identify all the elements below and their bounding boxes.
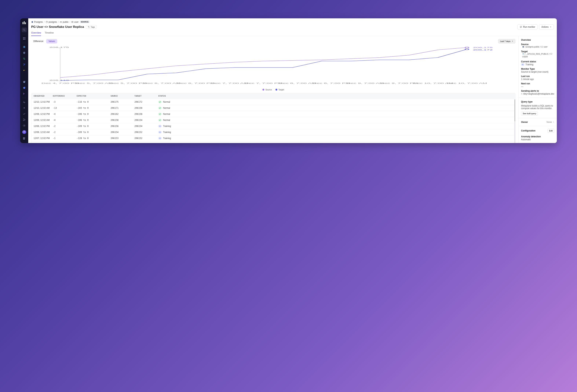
nav-dna-icon[interactable]: [22, 62, 27, 67]
app-logo-icon: [22, 21, 26, 25]
svg-point-17: [24, 125, 25, 126]
svg-text:206,175: 206,175: [49, 46, 69, 48]
see-built-query-button[interactable]: See built query: [521, 111, 538, 115]
svg-point-16: [25, 120, 25, 120]
page-title: PG User <> Snowflake User Replica Tags: [31, 25, 97, 29]
breadcrumb-db[interactable]: postgres: [46, 21, 57, 23]
svg-rect-18: [23, 138, 24, 140]
nav-monitor1-icon[interactable]: [22, 80, 27, 84]
svg-text:Dec 8, 7:00 AM: Dec 8, 7:00 AM: [279, 82, 316, 84]
date-range-button[interactable]: Last 7 days: [498, 39, 515, 43]
svg-rect-7: [23, 39, 24, 40]
svg-point-48: [159, 132, 160, 133]
breadcrumb-table[interactable]: user: [71, 21, 78, 23]
divider: [22, 98, 26, 98]
svg-point-46: [159, 126, 160, 127]
nav-dbt-icon[interactable]: [22, 74, 27, 79]
nav-monitor2-icon[interactable]: [22, 85, 27, 90]
table-row[interactable]: 12/10, 12:02 AM-13-103 to 0206171206158N…: [31, 105, 515, 111]
postgres-icon: [31, 21, 33, 23]
postgres-icon: [522, 46, 524, 48]
svg-text:Dec 7, 7:00 PM: Dec 7, 7:00 PM: [245, 82, 283, 84]
svg-rect-1: [24, 21, 25, 24]
owner-select[interactable]: None: [546, 121, 554, 123]
svg-rect-58: [550, 53, 552, 54]
svg-rect-20: [24, 138, 25, 140]
svg-point-22: [46, 21, 47, 22]
divider: [22, 34, 26, 34]
actions-button[interactable]: Actions: [539, 24, 554, 30]
tags-button[interactable]: Tags: [86, 25, 97, 29]
nav-library-icon[interactable]: [22, 136, 27, 141]
svg-point-47: [160, 126, 160, 127]
svg-text:Dec 5, 7:00 PM: Dec 5, 7:00 PM: [109, 82, 147, 84]
svg-point-60: [523, 64, 523, 65]
training-icon: [158, 131, 162, 134]
svg-point-11: [24, 81, 25, 82]
check-icon: [158, 113, 162, 115]
run-monitor-button[interactable]: Run monitor: [517, 24, 537, 30]
table-row[interactable]: 12/08, 12:02 AM-2-109 to 0206154206152Tr…: [31, 129, 515, 135]
svg-point-56: [523, 46, 524, 47]
tab-timeline[interactable]: Timeline: [45, 31, 54, 36]
table-row[interactable]: 12/09, 12:02 AM-4-106 to 0206158206154No…: [31, 117, 515, 123]
svg-text:Dec 8, 7:00 PM: Dec 8, 7:00 PM: [313, 82, 350, 84]
table-row[interactable]: 12/08, 12:02 PM-2-109 to 0206156206154Tr…: [31, 123, 515, 129]
sidebar-nav: T: [20, 18, 28, 143]
schema-icon: [60, 21, 62, 23]
tabs: Overview Timeline: [28, 30, 557, 36]
table-row[interactable]: 12/07, 12:02 PM-1-128 to 0206153206152Tr…: [31, 135, 515, 141]
nav-chart-icon[interactable]: [22, 112, 27, 116]
svg-line-4: [25, 30, 25, 31]
tab-overview[interactable]: Overview: [31, 31, 41, 36]
svg-point-42: [465, 47, 469, 48]
chart-legend: Source Target: [31, 89, 515, 91]
pill-difference[interactable]: Difference: [31, 39, 45, 43]
check-icon: [158, 119, 162, 121]
svg-text:Dec 6, 7:00 PM: Dec 6, 7:00 PM: [177, 82, 215, 84]
table-row[interactable]: 12/09, 12:02 PM-4-106 to 0206162206158No…: [31, 111, 515, 117]
side-source-path[interactable]: / postgres.public / user: [522, 46, 548, 48]
mail-icon: [521, 93, 522, 95]
nav-postgres-icon[interactable]: [22, 50, 27, 55]
table-row[interactable]: 12/10, 12:02 PM-3-116 to 0206175206172No…: [31, 99, 515, 105]
svg-rect-0: [23, 22, 23, 24]
nav-branch-icon[interactable]: [22, 117, 27, 122]
svg-text:206,172: 206,172: [473, 49, 493, 51]
svg-point-9: [23, 52, 25, 54]
legend-dot-source: [262, 89, 264, 91]
nav-monitor3-icon[interactable]: [22, 91, 27, 96]
user-avatar[interactable]: T: [22, 130, 26, 134]
table-icon: [550, 53, 552, 55]
svg-point-49: [160, 132, 160, 133]
table-icon: [541, 46, 543, 48]
database-icon: [46, 21, 48, 23]
table-row[interactable]: 12/07, 12:02 AM-11-109 to 0206152206141T…: [31, 141, 515, 143]
svg-text:Dec 5, 7:00 AM: Dec 5, 7:00 AM: [75, 82, 113, 84]
side-target-path[interactable]: / ...EPLICA_RDS_PUBLIC / USER: [522, 53, 554, 58]
nav-snowflake-icon[interactable]: [22, 45, 27, 49]
check-icon: [158, 101, 162, 103]
nav-bird-icon[interactable]: [22, 68, 27, 73]
svg-rect-23: [60, 21, 62, 23]
breadcrumb: Postgres / postgres / public / user SOUR…: [28, 18, 557, 23]
nav-pulse-icon[interactable]: [22, 100, 27, 105]
legend-dot-target: [276, 89, 277, 91]
svg-text:Dec 9, 7:00 AM: Dec 9, 7:00 AM: [347, 82, 384, 84]
svg-text:206,175: 206,175: [473, 47, 493, 48]
breadcrumb-schema[interactable]: public: [60, 21, 69, 23]
svg-rect-8: [24, 39, 25, 40]
nav-grid-icon[interactable]: [22, 36, 27, 41]
check-icon: [158, 107, 162, 109]
breadcrumb-root[interactable]: Postgres: [31, 21, 43, 23]
pill-values[interactable]: Values: [46, 39, 57, 43]
svg-point-51: [160, 138, 160, 139]
table-header: OBSERVED DIFFERENCE EXPECTED SOURCE TARG…: [31, 93, 515, 99]
svg-text:Dec 9, 7:00 PM: Dec 9, 7:00 PM: [380, 82, 418, 84]
search-icon[interactable]: [22, 28, 27, 32]
svg-rect-19: [24, 138, 24, 140]
nav-segment-icon[interactable]: [22, 56, 27, 61]
nav-gear-icon[interactable]: [22, 123, 27, 128]
edit-config-button[interactable]: Edit: [547, 129, 554, 133]
nav-sparkle-icon[interactable]: [22, 106, 27, 110]
